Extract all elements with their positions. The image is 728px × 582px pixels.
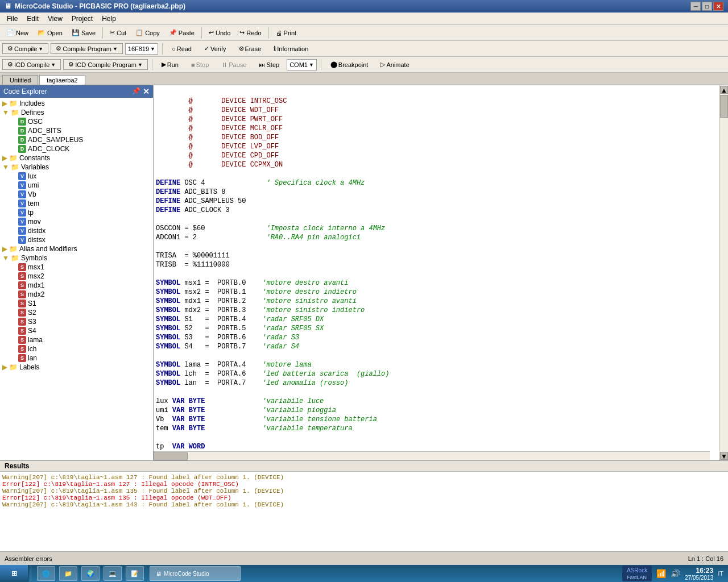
breakpoint-button[interactable]: ⬤ Breakpoint bbox=[325, 59, 374, 70]
tree-item-mdx1[interactable]: S mdx1 bbox=[0, 281, 153, 290]
sym-icon-lan: S bbox=[18, 354, 26, 362]
scroll-down-button[interactable]: ▼ bbox=[720, 452, 728, 460]
icd-compile-prog-icon: ⚙ bbox=[68, 61, 74, 68]
taskbar-ie[interactable]: 🌐 bbox=[37, 566, 55, 581]
start-button[interactable]: ⊞ bbox=[0, 565, 28, 582]
tree-item-osc[interactable]: D OSC bbox=[0, 117, 153, 126]
information-button[interactable]: ℹ Information bbox=[268, 43, 313, 54]
var-icon-lux: V bbox=[18, 172, 26, 180]
clock-area[interactable]: 16:23 27/05/2013 bbox=[685, 567, 713, 581]
compile-button[interactable]: ⚙ Compile ▼ bbox=[2, 43, 48, 54]
results-content[interactable]: Warning[207] c:\819\taglia~1.asm 127 : F… bbox=[0, 472, 728, 551]
explorer-tree: ▶ 📁 Includes ▼ 📁 Defines D OSC D ADC_BIT… bbox=[0, 98, 153, 373]
stop-button[interactable]: ■ Stop bbox=[186, 60, 214, 70]
erase-button[interactable]: ⊗ Erase bbox=[234, 43, 267, 54]
device-selector[interactable]: 16F819 ▼ bbox=[125, 43, 158, 55]
maximize-button[interactable]: □ bbox=[702, 2, 712, 11]
horizontal-scrollbar[interactable] bbox=[154, 451, 710, 460]
tree-item-mov[interactable]: V mov bbox=[0, 217, 153, 226]
result-line-5: Warning[207] c:\819\taglia~1.asm 143 : F… bbox=[2, 501, 726, 508]
tree-item-distdx[interactable]: V distdx bbox=[0, 226, 153, 235]
taskbar-active-app[interactable]: 🖥 MicroCode Studio bbox=[150, 566, 241, 581]
tree-item-adc-clock[interactable]: D ADC_CLOCK bbox=[0, 144, 153, 153]
sym-icon-lch: S bbox=[18, 345, 26, 353]
paste-button[interactable]: 📌 Paste bbox=[165, 27, 198, 39]
explorer-close-button[interactable]: ✕ bbox=[143, 87, 150, 96]
taskbar-program1[interactable]: 💻 bbox=[104, 566, 122, 581]
tree-item-umi[interactable]: V umi bbox=[0, 181, 153, 190]
tree-item-s2[interactable]: S S2 bbox=[0, 308, 153, 317]
icd-compile-program-button[interactable]: ⚙ ICD Compile Program ▼ bbox=[63, 59, 148, 70]
tree-item-mdx2[interactable]: S mdx2 bbox=[0, 290, 153, 299]
icd-compile-icon: ⚙ bbox=[7, 61, 13, 68]
scroll-thumb-v[interactable] bbox=[720, 95, 728, 118]
com-selector[interactable]: COM1 ▼ bbox=[287, 59, 317, 70]
vertical-scrollbar[interactable]: ▲ ▼ bbox=[719, 85, 728, 460]
folder-icon-defines: 📁 bbox=[11, 109, 19, 117]
tree-item-symbols[interactable]: ▼ 📁 Symbols bbox=[0, 253, 153, 263]
compile-program-button[interactable]: ⚙ Compile Program ▼ bbox=[51, 43, 123, 54]
save-button[interactable]: 💾 Save bbox=[68, 27, 100, 39]
tree-item-labels[interactable]: ▶ 📁 Labels bbox=[0, 363, 153, 372]
menu-file[interactable]: File bbox=[2, 14, 22, 24]
tree-item-includes[interactable]: ▶ 📁 Includes bbox=[0, 99, 153, 108]
tree-item-lama[interactable]: S lama bbox=[0, 335, 153, 344]
tab-tagliaerba2[interactable]: tagliaerba2 bbox=[39, 75, 85, 85]
compile-prog-icon: ⚙ bbox=[56, 45, 61, 52]
print-button[interactable]: 🖨 Print bbox=[272, 27, 301, 39]
menu-view[interactable]: View bbox=[43, 14, 67, 24]
close-button[interactable]: ✕ bbox=[713, 2, 723, 11]
menu-help[interactable]: Help bbox=[97, 14, 121, 24]
tree-item-s3[interactable]: S S3 bbox=[0, 317, 153, 326]
copy-button[interactable]: 📋 Copy bbox=[131, 27, 164, 39]
tree-item-s1[interactable]: S S1 bbox=[0, 299, 153, 308]
tree-item-defines[interactable]: ▼ 📁 Defines bbox=[0, 108, 153, 117]
animate-button[interactable]: ▷ Animate bbox=[375, 59, 414, 70]
taskbar-program2[interactable]: 📝 bbox=[126, 566, 144, 581]
icd-compile-button[interactable]: ⚙ ICD Compile ▼ bbox=[2, 59, 61, 70]
var-icon-tp: V bbox=[18, 209, 26, 217]
menu-project[interactable]: Project bbox=[67, 14, 97, 24]
taskbar-app-icon: 🖥 bbox=[156, 571, 162, 577]
info-icon: ℹ bbox=[274, 45, 276, 52]
tree-item-msx2[interactable]: S msx2 bbox=[0, 272, 153, 281]
undo-button[interactable]: ↩ Undo bbox=[205, 27, 234, 39]
tree-item-tem[interactable]: V tem bbox=[0, 199, 153, 208]
folder-icon-variables: 📁 bbox=[11, 163, 19, 171]
scroll-up-button[interactable]: ▲ bbox=[720, 86, 728, 94]
open-button[interactable]: 📂 Open bbox=[34, 27, 67, 39]
step-button[interactable]: ⏭ Step bbox=[254, 60, 284, 70]
read-button[interactable]: ○ Read bbox=[167, 44, 197, 54]
tree-item-lan[interactable]: S lan bbox=[0, 354, 153, 363]
tree-item-lux[interactable]: V lux bbox=[0, 172, 153, 181]
tree-item-msx1[interactable]: S msx1 bbox=[0, 263, 153, 272]
explorer-pin-icon[interactable]: 📌 bbox=[132, 87, 140, 96]
tree-item-adc-bits[interactable]: D ADC_BITS bbox=[0, 126, 153, 135]
def-icon-adc-bits: D bbox=[18, 127, 26, 135]
tree-item-tp[interactable]: V tp bbox=[0, 208, 153, 217]
scroll-thumb-h[interactable] bbox=[154, 452, 188, 460]
tree-item-s4[interactable]: S S4 bbox=[0, 326, 153, 335]
run-button[interactable]: ▶ Run bbox=[156, 59, 184, 70]
tree-item-lch[interactable]: S lch bbox=[0, 344, 153, 354]
volume-icon[interactable]: 🔊 bbox=[671, 569, 680, 578]
tree-item-vb[interactable]: V Vb bbox=[0, 190, 153, 199]
tree-item-variables[interactable]: ▼ 📁 Variables bbox=[0, 163, 153, 172]
tree-item-alias[interactable]: ▶ 📁 Alias and Modifiers bbox=[0, 244, 153, 253]
icd-compile-dropdown-icon: ▼ bbox=[51, 62, 56, 68]
minimize-button[interactable]: ─ bbox=[690, 2, 701, 11]
new-button[interactable]: 📄 New bbox=[2, 27, 32, 39]
pause-button[interactable]: ⏸ Pause bbox=[216, 60, 251, 70]
tree-item-distsx[interactable]: V distsx bbox=[0, 235, 153, 244]
menu-edit[interactable]: Edit bbox=[22, 14, 43, 24]
network-icon[interactable]: 📶 bbox=[656, 569, 666, 578]
code-editor[interactable]: @ DEVICE INTRC_OSC @ DEVICE WDT_OFF @ DE… bbox=[154, 85, 719, 460]
verify-button[interactable]: ✓ Verify bbox=[199, 43, 231, 54]
taskbar-chrome[interactable]: 🌍 bbox=[81, 566, 100, 581]
taskbar-explorer[interactable]: 📁 bbox=[59, 566, 77, 581]
redo-button[interactable]: ↪ Redo bbox=[235, 27, 265, 39]
cut-button[interactable]: ✂ Cut bbox=[106, 27, 130, 39]
tab-untitled[interactable]: Untitled bbox=[2, 75, 38, 85]
tree-item-constants[interactable]: ▶ 📁 Constants bbox=[0, 153, 153, 163]
tree-item-adc-sampleus[interactable]: D ADC_SAMPLEUS bbox=[0, 135, 153, 144]
